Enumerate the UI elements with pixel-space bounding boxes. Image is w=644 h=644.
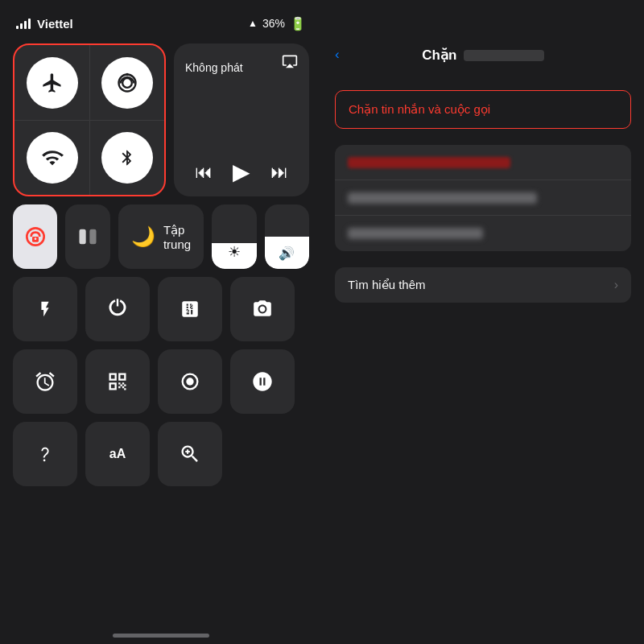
- timer-icon: [106, 298, 129, 320]
- timer-button[interactable]: [85, 277, 150, 341]
- next-button[interactable]: ⏭: [270, 162, 288, 183]
- textsize-label: aA: [109, 447, 126, 461]
- svg-rect-6: [80, 229, 86, 245]
- location-icon: ▲: [248, 18, 258, 29]
- block-contact-panel: ‹ Chặn Chặn tin nhắn và cuộc gọi Tìm hiể…: [322, 0, 644, 644]
- play-button[interactable]: ▶: [233, 159, 250, 185]
- flashlight-button[interactable]: [13, 277, 77, 341]
- lock-rotation-button[interactable]: [13, 204, 57, 269]
- svg-rect-7: [90, 229, 97, 245]
- hearing-icon: [36, 443, 54, 465]
- blurred-content-3: [348, 228, 483, 239]
- svg-point-1: [122, 78, 132, 88]
- lock-rotation-icon: [23, 224, 48, 250]
- status-right: ▲ 36% 🔋: [248, 16, 306, 31]
- cellular-button[interactable]: [89, 45, 164, 120]
- signal-bar-2: [20, 23, 23, 29]
- control-center-panel: Viettel ▲ 36% 🔋: [0, 0, 322, 644]
- header-title: Chặn: [422, 47, 456, 63]
- svg-point-2: [126, 72, 129, 76]
- learn-more-text: Tìm hiểu thêm: [348, 278, 426, 292]
- magnifier-icon: [179, 443, 201, 465]
- media-title: Không phát: [185, 61, 298, 74]
- airplay-icon[interactable]: [282, 53, 298, 73]
- back-chevron: ‹: [335, 47, 340, 63]
- carrier-name: Viettel: [37, 17, 73, 31]
- airplane-mode-button[interactable]: [14, 45, 89, 120]
- record-icon: [179, 370, 201, 393]
- focus-label: Tập trung: [163, 223, 191, 251]
- battery-percent: 36%: [262, 17, 285, 30]
- blurred-row-1: [335, 145, 631, 180]
- shazam-button[interactable]: [230, 349, 295, 414]
- brightness-icon: ☀: [228, 243, 241, 261]
- row-5: aA: [13, 422, 309, 486]
- volume-slider[interactable]: 🔊: [265, 204, 309, 269]
- mirror-button[interactable]: [65, 204, 109, 269]
- previous-button[interactable]: ⏮: [195, 162, 213, 183]
- learn-more-button[interactable]: Tìm hiểu thêm ›: [335, 267, 631, 303]
- blurred-options-list: [335, 145, 631, 251]
- record-button[interactable]: [158, 349, 222, 414]
- airplane-icon-circle: [27, 57, 78, 109]
- cellular-icon: [116, 72, 138, 94]
- row-1: Không phát ⏮ ▶ ⏭: [13, 43, 309, 196]
- blurred-row-2: [335, 180, 631, 216]
- signal-bar-3: [24, 21, 27, 29]
- hearing-button[interactable]: [13, 422, 77, 486]
- calculator-button[interactable]: [158, 277, 222, 341]
- row-4: [13, 349, 309, 414]
- focus-button[interactable]: 🌙 Tập trung: [118, 204, 204, 269]
- right-status-bar: [322, 0, 644, 35]
- connectivity-block: [13, 43, 166, 196]
- blurred-row-3: [335, 216, 631, 251]
- red-blurred-content: [348, 157, 510, 168]
- media-controls: ⏮ ▶ ⏭: [185, 159, 298, 188]
- signal-bar-1: [16, 26, 19, 29]
- learn-more-section: Tìm hiểu thêm ›: [335, 267, 631, 303]
- control-grid: Không phát ⏮ ▶ ⏭: [13, 43, 309, 486]
- row-2: 🌙 Tập trung ☀ 🔊: [13, 204, 309, 269]
- header-contact-name-blurred: [464, 50, 544, 61]
- bluetooth-button[interactable]: [89, 120, 164, 195]
- block-messages-calls-option[interactable]: Chặn tin nhắn và cuộc gọi: [335, 90, 631, 129]
- airplane-icon: [41, 72, 64, 94]
- chevron-right-icon: ›: [614, 278, 618, 292]
- status-bar: Viettel ▲ 36% 🔋: [13, 11, 309, 35]
- flashlight-icon: [36, 298, 54, 320]
- right-header: ‹ Chặn: [322, 35, 644, 74]
- cellular-icon-circle: [101, 57, 153, 109]
- bluetooth-icon: [118, 147, 136, 169]
- shazam-icon: [251, 370, 274, 393]
- status-left: Viettel: [16, 17, 73, 31]
- signal-bars: [16, 18, 31, 29]
- moon-icon: 🌙: [131, 225, 155, 248]
- header-title-area: Chặn: [422, 47, 544, 64]
- alarm-icon: [34, 370, 56, 393]
- volume-icon: 🔊: [279, 246, 295, 261]
- block-option-text: Chặn tin nhắn và cuộc gọi: [349, 102, 490, 116]
- home-indicator: [113, 634, 209, 638]
- wifi-button[interactable]: [14, 120, 89, 195]
- signal-bar-4: [28, 19, 31, 29]
- svg-point-9: [186, 378, 193, 385]
- camera-icon: [251, 299, 274, 320]
- battery-icon: 🔋: [290, 16, 306, 31]
- qrcode-icon: [106, 370, 129, 393]
- textsize-button[interactable]: aA: [85, 422, 150, 486]
- svg-point-5: [34, 237, 36, 240]
- brightness-slider[interactable]: ☀: [212, 204, 256, 269]
- qrcode-button[interactable]: [85, 349, 150, 414]
- row-3: [13, 277, 309, 341]
- magnifier-button[interactable]: [158, 422, 222, 486]
- wifi-icon: [41, 147, 64, 169]
- airplay-svg: [282, 53, 298, 69]
- alarm-button[interactable]: [13, 349, 77, 414]
- media-player: Không phát ⏮ ▶ ⏭: [174, 43, 309, 196]
- calculator-icon: [180, 298, 200, 320]
- blurred-content-2: [348, 192, 537, 204]
- back-button[interactable]: ‹: [335, 47, 340, 63]
- wifi-icon-circle: [27, 132, 78, 184]
- bluetooth-icon-circle: [101, 132, 153, 184]
- camera-button[interactable]: [230, 277, 295, 341]
